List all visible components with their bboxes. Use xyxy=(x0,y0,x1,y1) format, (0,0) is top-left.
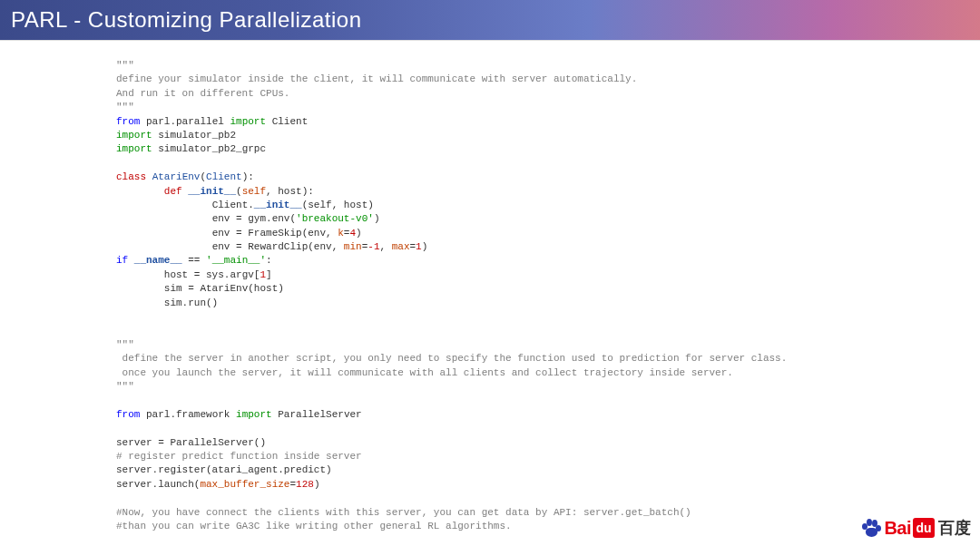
slide-title: PARL - Customizing Parallelization xyxy=(11,7,361,33)
header-separator xyxy=(0,40,980,41)
docstring-line: once you launch the server, it will comm… xyxy=(116,367,733,378)
docstring-quote: """ xyxy=(116,102,134,112)
name-dunder: __name__ xyxy=(134,255,182,266)
docstring-quote: """ xyxy=(116,339,134,350)
init-call: __init__ xyxy=(254,200,302,210)
string: 'breakout-v0' xyxy=(296,213,374,224)
number: -1 xyxy=(368,241,379,252)
docstring-line: And run it on different CPUs. xyxy=(116,88,289,99)
logo-cn: 百度 xyxy=(938,517,971,539)
slide-header: PARL - Customizing Parallelization xyxy=(0,0,980,40)
assign: server = ParallelServer() xyxy=(116,437,266,448)
kw-def: def xyxy=(164,186,182,197)
number: 4 xyxy=(349,228,356,239)
arg: host xyxy=(278,186,301,197)
comment: # register predict function inside serve… xyxy=(116,451,362,462)
paw-icon xyxy=(860,518,882,538)
kw-import: import xyxy=(230,116,266,127)
assign: env = gym.env( xyxy=(212,213,296,224)
assign: host = sys.argv[ xyxy=(164,269,260,280)
class-def-name: AtariEnv xyxy=(152,171,201,182)
comment: #Now, you have connect the clients with … xyxy=(116,507,691,518)
class-name: Client xyxy=(272,116,309,127)
call: Client. xyxy=(212,200,254,210)
base-class: Client xyxy=(206,171,242,182)
kwarg: max_buffer_size xyxy=(200,479,289,490)
class-name: ParallelServer xyxy=(278,409,361,420)
logo-bai: Bai xyxy=(884,518,911,539)
module-name: simulator_pb2 xyxy=(158,130,236,141)
kwarg: min xyxy=(344,241,362,252)
kw-class: class xyxy=(116,171,146,182)
comment: #than you can write GA3C like writing ot… xyxy=(116,521,512,531)
call: server.launch( xyxy=(116,479,200,490)
docstring-line: define your simulator inside the client,… xyxy=(116,73,637,84)
code-block: """ define your simulator inside the cli… xyxy=(116,59,864,533)
kwarg: k xyxy=(338,228,344,239)
kw-import: import xyxy=(236,409,272,420)
number: 1 xyxy=(416,241,422,252)
kw-from: from xyxy=(116,116,140,127)
assign: sim = AtariEnv(host) xyxy=(164,283,284,294)
logo-du: du xyxy=(913,518,935,538)
args: (self, host) xyxy=(302,200,374,210)
baidu-logo: Bai du 百度 xyxy=(860,517,971,539)
kw-if: if xyxy=(116,255,128,266)
kw-import: import xyxy=(116,143,152,154)
string: '__main__' xyxy=(206,255,266,266)
init-method: __init__ xyxy=(188,186,236,197)
assign: env = RewardClip(env, xyxy=(212,241,344,252)
call: server.register(atari_agent.predict) xyxy=(116,464,332,475)
call: sim.run() xyxy=(164,297,218,308)
docstring-quote: """ xyxy=(116,60,134,71)
number: 1 xyxy=(260,269,266,280)
number: 128 xyxy=(296,479,314,490)
self-arg: self xyxy=(242,186,266,197)
docstring-line: define the server in another script, you… xyxy=(116,353,787,364)
module-name: parl.parallel xyxy=(146,116,224,127)
module-name: simulator_pb2_grpc xyxy=(158,143,266,154)
kw-from: from xyxy=(116,409,140,420)
docstring-quote: """ xyxy=(116,381,134,392)
module-name: parl.framework xyxy=(146,409,230,420)
kwarg: max xyxy=(392,241,410,252)
kw-import: import xyxy=(116,130,152,141)
assign: env = FrameSkip(env, xyxy=(212,228,338,239)
